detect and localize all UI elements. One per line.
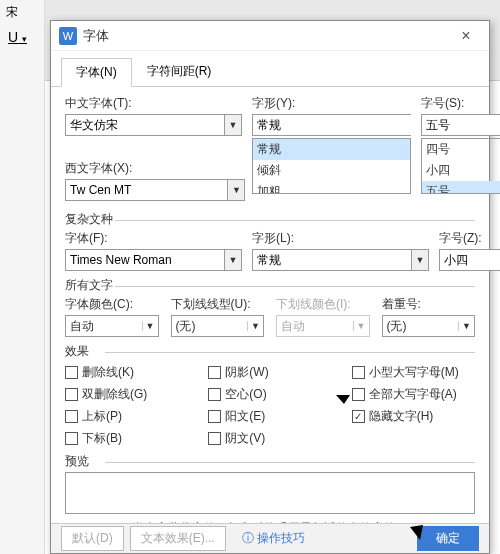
- font-color-combo[interactable]: 自动 ▼: [65, 315, 159, 337]
- style-label: 字形(Y):: [252, 95, 411, 112]
- effects-group-label: 效果: [65, 343, 475, 360]
- chevron-down-icon: ▼: [353, 321, 369, 331]
- size-label: 字号(S):: [421, 95, 500, 112]
- chk-sup[interactable]: 上标(P): [65, 408, 188, 425]
- west-font-label: 西文字体(X):: [65, 160, 245, 177]
- list-item[interactable]: 四号: [422, 139, 500, 160]
- chk-smallcaps[interactable]: 小型大写字母(M): [352, 364, 475, 381]
- chk-hidden[interactable]: ✓隐藏文字(H): [352, 408, 475, 425]
- titlebar: W 字体 ×: [51, 21, 489, 51]
- west-font-combo[interactable]: ▼: [65, 179, 245, 201]
- tips-link[interactable]: ⓘ 操作技巧: [232, 527, 315, 550]
- preview-box: [65, 472, 475, 514]
- default-button[interactable]: 默认(D): [61, 526, 124, 551]
- all-text-group-label: 所有文字: [65, 277, 475, 294]
- list-item[interactable]: 加粗: [253, 181, 410, 194]
- complex-size-combo[interactable]: ▼: [439, 249, 500, 271]
- complex-style-input[interactable]: [252, 249, 411, 271]
- chevron-down-icon[interactable]: ▼: [411, 249, 429, 271]
- chevron-down-icon[interactable]: ▼: [142, 321, 158, 331]
- preview-group-label: 预览: [65, 453, 475, 470]
- app-icon: W: [59, 27, 77, 45]
- style-listbox[interactable]: 常规 倾斜 加粗: [252, 138, 411, 194]
- chevron-down-icon[interactable]: ▼: [224, 114, 242, 136]
- dialog-footer: 默认(D) 文本效果(E)... ⓘ 操作技巧 确定: [51, 523, 489, 553]
- tab-strip: 字体(N) 字符间距(R): [51, 51, 489, 87]
- chk-dstrike[interactable]: 双删除线(G): [65, 386, 188, 403]
- list-item[interactable]: 五号: [422, 181, 500, 194]
- cn-font-combo[interactable]: ▼: [65, 114, 242, 136]
- chk-shadow[interactable]: 阴影(W): [208, 364, 331, 381]
- chk-strike[interactable]: 删除线(K): [65, 364, 188, 381]
- size-listbox[interactable]: 四号 小四 五号: [421, 138, 500, 194]
- chk-engrave[interactable]: 阴文(V): [208, 430, 331, 447]
- cn-font-label: 中文字体(T):: [65, 95, 242, 112]
- chevron-down-icon[interactable]: ▼: [458, 321, 474, 331]
- style-combo[interactable]: [252, 114, 411, 136]
- check-icon: ✓: [352, 410, 365, 423]
- text-effect-button[interactable]: 文本效果(E)...: [130, 526, 226, 551]
- complex-font-input[interactable]: [65, 249, 224, 271]
- complex-font-label: 字体(F):: [65, 230, 242, 247]
- size-combo[interactable]: [421, 114, 500, 136]
- app-toolbar: 宋 U ▾: [0, 0, 45, 554]
- chk-emboss[interactable]: 阳文(E): [208, 408, 331, 425]
- size-input[interactable]: [421, 114, 500, 136]
- complex-size-label: 字号(Z):: [439, 230, 500, 247]
- complex-style-label: 字形(L):: [252, 230, 429, 247]
- chk-hollow[interactable]: 空心(O): [208, 386, 331, 403]
- complex-size-input[interactable]: [439, 249, 500, 271]
- tab-font[interactable]: 字体(N): [61, 58, 132, 87]
- chevron-down-icon[interactable]: ▼: [224, 249, 242, 271]
- west-font-input[interactable]: [65, 179, 227, 201]
- font-sample: 宋: [0, 0, 44, 25]
- font-dialog: W 字体 × 字体(N) 字符间距(R) 中文字体(T): ▼ 字形(Y): 常…: [50, 20, 490, 554]
- style-input[interactable]: [252, 114, 411, 136]
- list-item[interactable]: 常规: [253, 139, 410, 160]
- underline-button[interactable]: U ▾: [0, 25, 44, 49]
- underline-color-label: 下划线颜色(I):: [276, 296, 370, 313]
- dialog-title: 字体: [83, 27, 451, 45]
- close-button[interactable]: ×: [451, 27, 481, 45]
- chk-allcaps[interactable]: 全部大写字母(A): [352, 386, 475, 403]
- cn-font-input[interactable]: [65, 114, 224, 136]
- list-item[interactable]: 倾斜: [253, 160, 410, 181]
- complex-style-combo[interactable]: ▼: [252, 249, 429, 271]
- underline-style-label: 下划线线型(U):: [171, 296, 265, 313]
- underline-color-combo: 自动 ▼: [276, 315, 370, 337]
- emphasis-combo[interactable]: (无) ▼: [382, 315, 476, 337]
- emphasis-label: 着重号:: [382, 296, 476, 313]
- tab-spacing[interactable]: 字符间距(R): [132, 57, 227, 86]
- chk-sub[interactable]: 下标(B): [65, 430, 188, 447]
- chevron-down-icon[interactable]: ▼: [247, 321, 263, 331]
- ok-button[interactable]: 确定: [417, 526, 479, 551]
- underline-style-combo[interactable]: (无) ▼: [171, 315, 265, 337]
- font-color-label: 字体颜色(C):: [65, 296, 159, 313]
- complex-font-combo[interactable]: ▼: [65, 249, 242, 271]
- complex-group-label: 复杂文种: [65, 211, 475, 228]
- chevron-down-icon[interactable]: ▼: [227, 179, 245, 201]
- list-item[interactable]: 小四: [422, 160, 500, 181]
